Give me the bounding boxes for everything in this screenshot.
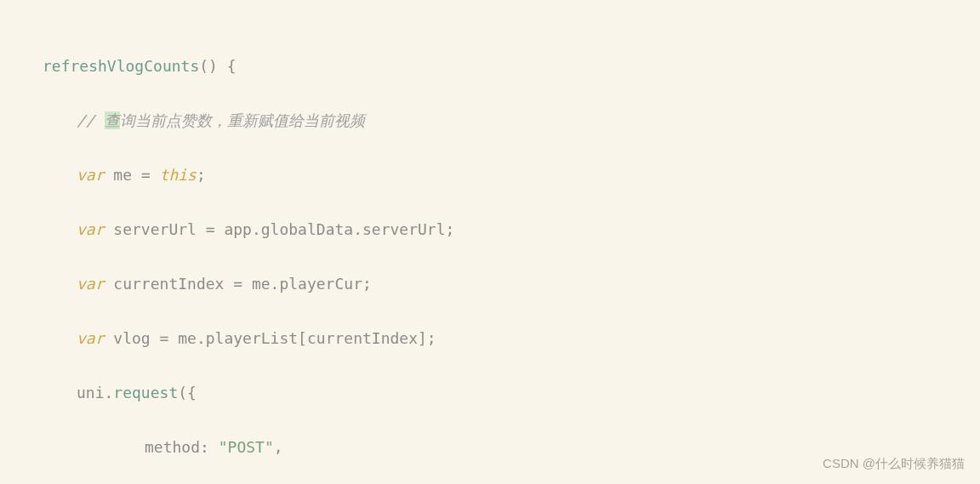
watermark: CSDN @什么时候养猫猫 (823, 456, 965, 472)
fn-name: refreshVlogCounts (43, 57, 199, 75)
code-line: var serverUrl = app.globalData.serverUrl… (43, 216, 980, 243)
code-line: var vlog = me.playerList[currentIndex]; (43, 325, 980, 352)
code-line: refreshVlogCounts() { (43, 53, 980, 80)
code-line: uni.request({ (43, 379, 980, 407)
code-editor: refreshVlogCounts() { // 查询当前点赞数，重新赋值给当前… (0, 0, 980, 484)
code-line: var me = this; (43, 162, 980, 189)
code-line: // 查询当前点赞数，重新赋值给当前视频 (43, 107, 980, 134)
cursor-highlight: 查 (105, 111, 120, 129)
code-line: var currentIndex = me.playerCur; (43, 270, 980, 298)
